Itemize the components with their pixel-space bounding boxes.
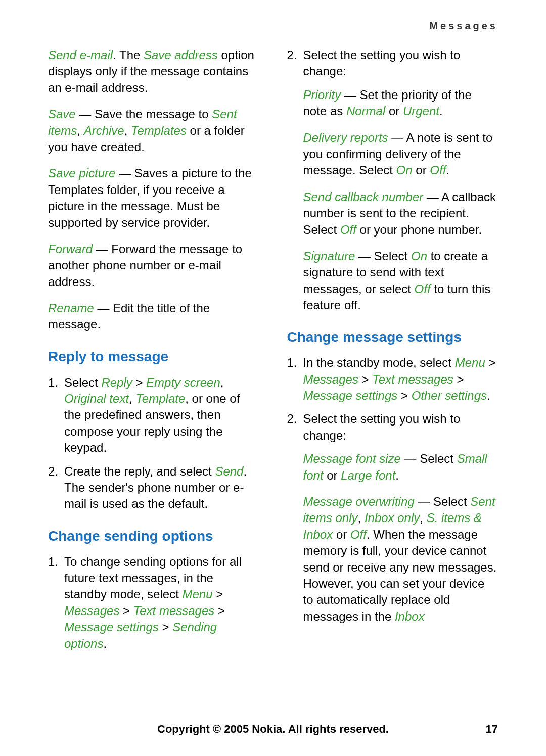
term: Message font size bbox=[303, 452, 401, 465]
term: On bbox=[396, 163, 413, 177]
term: Templates bbox=[131, 124, 187, 137]
heading-message-settings: Change message settings bbox=[287, 327, 498, 347]
text: . bbox=[487, 389, 490, 402]
list-item: Select the setting you wish to change: bbox=[287, 411, 498, 444]
sending-options-list: To change sending options for all future… bbox=[48, 554, 259, 652]
list-item: Select Reply > Empty screen, Original te… bbox=[48, 374, 259, 456]
text: . bbox=[103, 637, 107, 650]
footer-copyright: Copyright © 2005 Nokia. All rights reser… bbox=[0, 723, 546, 736]
text: or bbox=[413, 163, 430, 177]
list-item: Create the reply, and select Send. The s… bbox=[48, 463, 259, 512]
text: — Select bbox=[355, 249, 411, 263]
term: Rename bbox=[48, 301, 94, 315]
indent-delivery: Delivery reports — A note is sent to you… bbox=[287, 130, 498, 179]
text: Select the setting you wish to change: bbox=[303, 412, 461, 442]
term: Template bbox=[135, 392, 185, 405]
term: Message settings bbox=[64, 620, 159, 634]
text: — Select bbox=[401, 452, 457, 465]
text: , bbox=[77, 124, 83, 137]
list-item: In the standby mode, select Menu > Messa… bbox=[287, 355, 498, 404]
term: Inbox only bbox=[365, 511, 420, 525]
text: > bbox=[159, 620, 172, 634]
indent-overwriting: Message overwriting — Select Sent items … bbox=[287, 494, 498, 625]
text: In the standby mode, select bbox=[303, 356, 455, 369]
term: Message overwriting bbox=[303, 495, 415, 508]
term: Other settings bbox=[412, 389, 487, 402]
text: — Save the message to bbox=[76, 107, 212, 121]
term: Signature bbox=[303, 249, 355, 263]
term: Inbox bbox=[395, 609, 425, 623]
term: Send e-mail bbox=[48, 48, 113, 62]
text: — Select bbox=[415, 495, 471, 508]
list-item: Select the setting you wish to change: bbox=[287, 47, 498, 80]
text: or bbox=[333, 528, 350, 541]
right-top-list: Select the setting you wish to change: bbox=[287, 47, 498, 80]
term: Original text bbox=[64, 392, 129, 405]
term: Off bbox=[430, 163, 446, 177]
text: or your phone number. bbox=[356, 223, 482, 237]
term: Urgent bbox=[403, 104, 439, 118]
text: . bbox=[395, 468, 399, 482]
term: On bbox=[411, 249, 427, 263]
term: Delivery reports bbox=[303, 131, 388, 145]
para-save-picture: Save picture — Saves a picture to the Te… bbox=[48, 165, 259, 231]
text: > bbox=[358, 372, 372, 386]
text: or bbox=[324, 468, 341, 482]
term: Send callback number bbox=[303, 190, 423, 204]
term: Empty screen bbox=[146, 375, 220, 389]
term: Save picture bbox=[48, 166, 115, 180]
text: > bbox=[214, 604, 225, 618]
term: Off bbox=[340, 223, 356, 237]
para-rename: Rename — Edit the title of the message. bbox=[48, 300, 259, 333]
term: Archive bbox=[84, 124, 124, 137]
term: Message settings bbox=[303, 389, 398, 402]
text: > bbox=[485, 356, 496, 369]
term: Send bbox=[215, 464, 243, 478]
left-column: Send e-mail. The Save address option dis… bbox=[48, 47, 259, 659]
indent-priority: Priority — Set the priority of the note … bbox=[287, 87, 498, 120]
term: Menu bbox=[182, 587, 212, 601]
term: Text messages bbox=[133, 604, 215, 618]
text: > bbox=[397, 389, 411, 402]
page-number: 17 bbox=[486, 723, 498, 736]
message-settings-list: In the standby mode, select Menu > Messa… bbox=[287, 355, 498, 444]
heading-reply: Reply to message bbox=[48, 347, 259, 366]
term: Priority bbox=[303, 88, 341, 102]
text: , bbox=[129, 392, 135, 405]
term: Large font bbox=[341, 468, 395, 482]
term: Save address bbox=[144, 48, 218, 62]
para-forward: Forward — Forward the message to another… bbox=[48, 241, 259, 290]
text: . bbox=[439, 104, 443, 118]
term: Messages bbox=[64, 604, 119, 618]
text: , bbox=[124, 124, 131, 137]
term: Menu bbox=[455, 356, 485, 369]
text: > bbox=[132, 375, 146, 389]
text: Select bbox=[64, 375, 101, 389]
term: Reply bbox=[101, 375, 132, 389]
text: , bbox=[220, 375, 224, 389]
text: > bbox=[119, 604, 133, 618]
right-column: Select the setting you wish to change: P… bbox=[287, 47, 498, 659]
term: Off bbox=[350, 528, 367, 541]
para-send-email: Send e-mail. The Save address option dis… bbox=[48, 47, 259, 96]
text: , bbox=[358, 511, 365, 525]
indent-callback: Send callback number — A callback number… bbox=[287, 189, 498, 238]
text: . bbox=[446, 163, 449, 177]
heading-sending-options: Change sending options bbox=[48, 527, 259, 546]
text: > bbox=[213, 587, 223, 601]
text: , bbox=[420, 511, 426, 525]
term: Messages bbox=[303, 372, 358, 386]
content-columns: Send e-mail. The Save address option dis… bbox=[48, 47, 498, 659]
reply-list: Select Reply > Empty screen, Original te… bbox=[48, 374, 259, 512]
text: Create the reply, and select bbox=[64, 464, 215, 478]
text: > bbox=[453, 372, 464, 386]
indent-fontsize: Message font size — Select Small font or… bbox=[287, 451, 498, 484]
text: Select the setting you wish to change: bbox=[303, 48, 461, 78]
term: Normal bbox=[346, 104, 385, 118]
text: . The bbox=[113, 48, 144, 62]
page-header: Messages bbox=[48, 20, 498, 32]
text: or bbox=[385, 104, 403, 118]
list-item: To change sending options for all future… bbox=[48, 554, 259, 652]
text: . When the message memory is full, your … bbox=[303, 528, 497, 623]
term: Text messages bbox=[372, 372, 453, 386]
